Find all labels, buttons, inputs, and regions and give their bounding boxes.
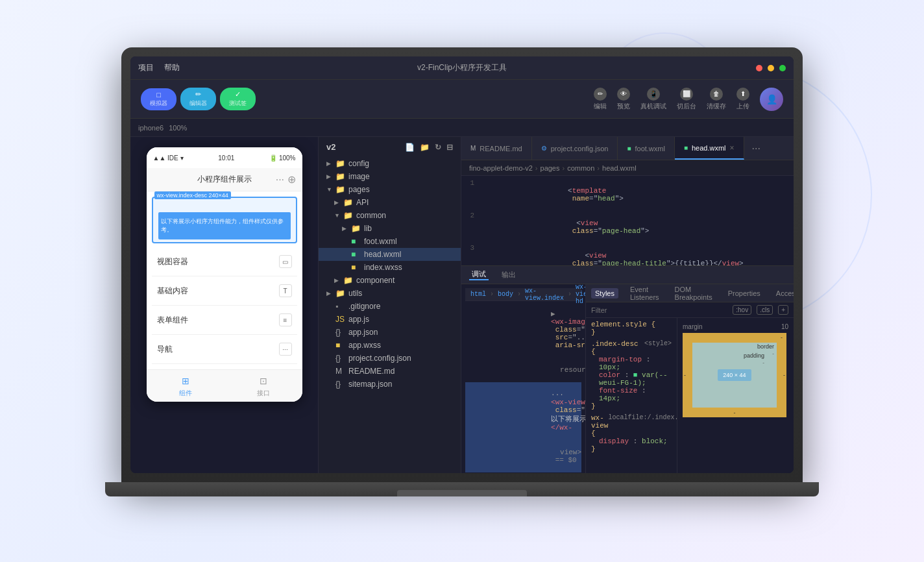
tree-folder-utils[interactable]: ▶ 📁 utils (319, 287, 461, 300)
upload-label: 上传 (736, 102, 749, 111)
root-folder-name: v2 (326, 142, 335, 152)
simulator-icon: □ (156, 91, 161, 99)
phone-highlight-box: wx-view.index-desc 240×44 以下将展示小程序方组件能力，… (152, 197, 297, 243)
device-debug-icon: 📱 (647, 88, 660, 101)
preview-action[interactable]: 👁 预览 (617, 88, 630, 111)
app-window: 项目 帮助 v2-FinClip小程序开发工具 □ (130, 56, 794, 473)
file-icon-app-js: JS (335, 315, 346, 324)
folder-icon-config: 📁 (335, 159, 346, 168)
style-tab-properties[interactable]: Properties (724, 288, 764, 299)
upload-action[interactable]: ⬆ 上传 (736, 88, 749, 111)
html-line-1: ▶ <wx-image class="index-logo" src="../r… (465, 301, 581, 358)
tree-file-app-wxss[interactable]: ■ app.wxss (319, 339, 461, 352)
phone-nav-bar: 小程序组件展示 ··· ⊕ (147, 168, 302, 191)
tree-file-readme[interactable]: M README.md (319, 365, 461, 378)
dev-tab-debug[interactable]: 调试 (469, 269, 489, 280)
style-filter-input[interactable] (591, 306, 727, 314)
tab-close-head-wxml[interactable]: × (730, 143, 735, 153)
background-icon: ⬜ (680, 88, 693, 101)
filter-hov-badge[interactable]: :hov (733, 305, 751, 315)
box-model-panel: margin 10 - - - - (677, 318, 794, 473)
style-tab-accessibility[interactable]: Accessibility (772, 288, 794, 299)
file-name-app-js: app.js (348, 315, 369, 324)
tree-file-head-wxml[interactable]: ■ head.wxml (319, 248, 461, 261)
toolbar-actions: ✏ 编辑 👁 预览 📱 真机调试 ⬜ 切后台 (594, 88, 783, 111)
filter-cls-badge[interactable]: .cls (757, 305, 773, 315)
list-item-form: 表单组件 ≡ (152, 306, 297, 335)
editor-button[interactable]: ✏ 编辑器 (180, 88, 216, 110)
new-folder-icon[interactable]: 📁 (420, 143, 430, 152)
close-button[interactable] (756, 65, 762, 71)
collapse-icon[interactable]: ⊟ (446, 143, 453, 152)
user-avatar[interactable]: 👤 (760, 88, 783, 111)
menu-item-project[interactable]: 项目 (138, 62, 154, 73)
phone-tab-component[interactable]: ⊞ 组件 (179, 374, 192, 398)
edit-icon: ✏ (594, 88, 607, 101)
style-tab-styles[interactable]: Styles (591, 288, 618, 299)
folder-name-common: common (356, 211, 386, 220)
phone-tab-api[interactable]: ⊡ 接口 (257, 374, 270, 398)
editor-icon: ✏ (195, 90, 201, 99)
maximize-button[interactable] (779, 65, 786, 71)
code-editor[interactable]: 1 <template name="head"> 2 < (461, 176, 794, 265)
padding-value: - (762, 360, 764, 365)
elem-crumb-body[interactable]: body (498, 291, 513, 298)
file-icon-project-config: {} (335, 354, 346, 363)
code-line-3: 3 <view class="page-head-title">{{title}… (461, 243, 794, 265)
tree-folder-lib[interactable]: ▶ 📁 lib (319, 222, 461, 235)
clear-cache-action[interactable]: 🗑 清缓存 (707, 88, 726, 111)
file-name-head-wxml: head.wxml (364, 250, 401, 259)
title-bar-left: 项目 帮助 (138, 62, 180, 73)
breadcrumb-pages: pages (541, 164, 560, 172)
device-debug-action[interactable]: 📱 真机调试 (640, 88, 666, 111)
elem-crumb-wxview-index[interactable]: wx-view.index (525, 287, 564, 302)
device-debug-label: 真机调试 (640, 102, 666, 111)
tree-file-project-config[interactable]: {} project.config.json (319, 352, 461, 365)
tree-folder-pages[interactable]: ▼ 📁 pages (319, 183, 461, 196)
head-wxml-file-icon: ■ (684, 144, 688, 151)
style-tab-event-listeners[interactable]: Event Listeners (626, 284, 663, 302)
tab-more-button[interactable]: ··· (744, 137, 768, 160)
style-tab-dom-breakpoints[interactable]: DOM Breakpoints (671, 284, 716, 302)
tree-file-index-wxss[interactable]: ■ index.wxss (319, 261, 461, 274)
box-model-margin-label: margin (683, 323, 703, 330)
tab-head-wxml[interactable]: ■ head.wxml × (675, 137, 744, 160)
file-name-app-wxss: app.wxss (348, 341, 381, 350)
list-item-basic-content: 基础内容 T (152, 276, 297, 306)
tab-project-config-label: project.config.json (551, 145, 609, 153)
html-line-2: ··· <wx-view class="index-desc"> 以下将展示小程… (465, 382, 581, 440)
tab-foot-wxml[interactable]: ■ foot.wxml (618, 137, 675, 160)
test-icon: ✓ (235, 90, 241, 99)
margin-left-label: - (684, 372, 686, 378)
tab-bar: M README.md ⚙ project.config.json ■ foot… (461, 137, 794, 160)
simulator-button[interactable]: □ 模拟器 (141, 88, 176, 110)
folder-name-image: image (348, 172, 370, 181)
new-file-icon[interactable]: 📄 (405, 143, 415, 152)
tab-project-config[interactable]: ⚙ project.config.json (532, 137, 618, 160)
tree-file-foot-wxml[interactable]: ■ foot.wxml (319, 235, 461, 248)
filter-add-badge[interactable]: + (778, 305, 788, 315)
tree-folder-component[interactable]: ▶ 📁 component (319, 274, 461, 287)
preview-label: 预览 (617, 102, 630, 111)
refresh-icon[interactable]: ↻ (435, 143, 441, 152)
tree-file-gitignore[interactable]: ▪ .gitignore (319, 300, 461, 313)
phone-nav-dots[interactable]: ··· ⊕ (276, 173, 296, 186)
menu-item-help[interactable]: 帮助 (164, 62, 180, 73)
folder-name-config: config (348, 159, 369, 168)
file-name-foot-wxml: foot.wxml (364, 237, 397, 246)
dev-tab-output[interactable]: 输出 (499, 270, 518, 280)
elem-crumb-wxview-hd[interactable]: wx-view.index-hd (576, 284, 586, 305)
background-action[interactable]: ⬜ 切后台 (677, 88, 696, 111)
tree-file-sitemap[interactable]: {} sitemap.json (319, 378, 461, 391)
tree-file-app-json[interactable]: {} app.json (319, 326, 461, 339)
tab-readme[interactable]: M README.md (461, 137, 532, 160)
tree-folder-image[interactable]: ▶ 📁 image (319, 170, 461, 183)
tree-folder-config[interactable]: ▶ 📁 config (319, 157, 461, 170)
test-button[interactable]: ✓ 测试签 (220, 88, 256, 110)
minimize-button[interactable] (768, 65, 774, 71)
tree-folder-api[interactable]: ▶ 📁 API (319, 196, 461, 209)
tree-folder-common[interactable]: ▼ 📁 common (319, 209, 461, 222)
edit-action[interactable]: ✏ 编辑 (594, 88, 607, 111)
elem-crumb-html[interactable]: html (470, 291, 486, 298)
tree-file-app-js[interactable]: JS app.js (319, 313, 461, 326)
